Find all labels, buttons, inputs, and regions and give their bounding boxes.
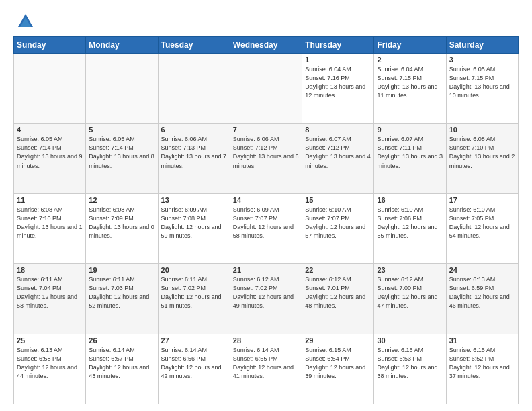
day-info: Sunrise: 6:05 AMSunset: 7:15 PMDaylight:… bbox=[449, 65, 515, 100]
day-info: Sunrise: 6:04 AMSunset: 7:16 PMDaylight:… bbox=[305, 65, 371, 100]
calendar-cell: 15Sunrise: 6:10 AMSunset: 7:07 PMDayligh… bbox=[302, 193, 374, 263]
day-info: Sunrise: 6:08 AMSunset: 7:09 PMDaylight:… bbox=[89, 205, 154, 240]
calendar-week-row: 18Sunrise: 6:11 AMSunset: 7:04 PMDayligh… bbox=[14, 264, 519, 334]
calendar-cell bbox=[14, 54, 86, 124]
day-info: Sunrise: 6:14 AMSunset: 6:56 PMDaylight:… bbox=[161, 346, 227, 381]
calendar-cell: 4Sunrise: 6:05 AMSunset: 7:14 PMDaylight… bbox=[14, 124, 86, 193]
calendar-cell: 19Sunrise: 6:11 AMSunset: 7:03 PMDayligh… bbox=[86, 264, 158, 334]
calendar-cell: 10Sunrise: 6:08 AMSunset: 7:10 PMDayligh… bbox=[446, 124, 518, 193]
calendar-cell: 25Sunrise: 6:13 AMSunset: 6:58 PMDayligh… bbox=[14, 334, 86, 404]
day-info: Sunrise: 6:06 AMSunset: 7:13 PMDaylight:… bbox=[161, 135, 227, 170]
day-number: 21 bbox=[233, 266, 299, 274]
day-info: Sunrise: 6:08 AMSunset: 7:10 PMDaylight:… bbox=[17, 205, 83, 240]
day-info: Sunrise: 6:10 AMSunset: 7:05 PMDaylight:… bbox=[449, 205, 515, 240]
calendar-cell: 18Sunrise: 6:11 AMSunset: 7:04 PMDayligh… bbox=[14, 264, 86, 334]
calendar-day-header: Saturday bbox=[446, 37, 518, 54]
calendar-cell: 26Sunrise: 6:14 AMSunset: 6:57 PMDayligh… bbox=[86, 334, 158, 404]
day-number: 16 bbox=[377, 196, 443, 204]
day-number: 4 bbox=[17, 126, 83, 134]
day-number: 23 bbox=[377, 266, 443, 274]
day-number: 20 bbox=[161, 266, 227, 274]
calendar-cell: 9Sunrise: 6:07 AMSunset: 7:11 PMDaylight… bbox=[374, 124, 446, 193]
day-info: Sunrise: 6:13 AMSunset: 6:58 PMDaylight:… bbox=[17, 346, 83, 381]
calendar-cell: 5Sunrise: 6:05 AMSunset: 7:14 PMDaylight… bbox=[86, 124, 158, 193]
day-info: Sunrise: 6:07 AMSunset: 7:12 PMDaylight:… bbox=[305, 135, 371, 170]
day-number: 8 bbox=[305, 126, 371, 134]
day-number: 29 bbox=[305, 336, 371, 345]
day-info: Sunrise: 6:08 AMSunset: 7:10 PMDaylight:… bbox=[449, 135, 515, 170]
calendar-cell: 8Sunrise: 6:07 AMSunset: 7:12 PMDaylight… bbox=[302, 124, 374, 193]
day-number: 18 bbox=[17, 266, 83, 274]
day-info: Sunrise: 6:15 AMSunset: 6:54 PMDaylight:… bbox=[305, 346, 371, 381]
day-number: 13 bbox=[161, 196, 227, 204]
calendar-cell bbox=[230, 54, 302, 124]
day-info: Sunrise: 6:15 AMSunset: 6:53 PMDaylight:… bbox=[377, 346, 443, 381]
day-number: 25 bbox=[17, 336, 83, 345]
day-info: Sunrise: 6:05 AMSunset: 7:14 PMDaylight:… bbox=[89, 135, 154, 170]
day-number: 12 bbox=[89, 196, 154, 204]
day-number: 15 bbox=[305, 196, 371, 204]
calendar-cell: 17Sunrise: 6:10 AMSunset: 7:05 PMDayligh… bbox=[446, 193, 518, 263]
calendar-cell: 30Sunrise: 6:15 AMSunset: 6:53 PMDayligh… bbox=[374, 334, 446, 404]
calendar-cell: 3Sunrise: 6:05 AMSunset: 7:15 PMDaylight… bbox=[446, 54, 518, 124]
calendar-cell bbox=[86, 54, 158, 124]
day-number: 1 bbox=[305, 56, 371, 64]
day-number: 14 bbox=[233, 196, 299, 204]
logo-icon bbox=[16, 12, 35, 31]
day-number: 26 bbox=[89, 336, 154, 345]
calendar-cell: 20Sunrise: 6:11 AMSunset: 7:02 PMDayligh… bbox=[158, 264, 230, 334]
day-info: Sunrise: 6:12 AMSunset: 7:02 PMDaylight:… bbox=[233, 275, 299, 310]
calendar-cell bbox=[158, 54, 230, 124]
day-info: Sunrise: 6:11 AMSunset: 7:04 PMDaylight:… bbox=[17, 275, 83, 310]
day-info: Sunrise: 6:15 AMSunset: 6:52 PMDaylight:… bbox=[449, 346, 515, 381]
day-number: 19 bbox=[89, 266, 154, 274]
day-number: 24 bbox=[449, 266, 515, 274]
day-info: Sunrise: 6:11 AMSunset: 7:02 PMDaylight:… bbox=[161, 275, 227, 310]
calendar-week-row: 4Sunrise: 6:05 AMSunset: 7:14 PMDaylight… bbox=[14, 124, 519, 193]
day-info: Sunrise: 6:13 AMSunset: 6:59 PMDaylight:… bbox=[449, 275, 515, 310]
calendar-cell: 14Sunrise: 6:09 AMSunset: 7:07 PMDayligh… bbox=[230, 193, 302, 263]
calendar-day-header: Monday bbox=[86, 37, 158, 54]
day-info: Sunrise: 6:09 AMSunset: 7:08 PMDaylight:… bbox=[161, 205, 227, 240]
day-number: 7 bbox=[233, 126, 299, 134]
day-number: 31 bbox=[449, 336, 515, 345]
calendar-cell: 21Sunrise: 6:12 AMSunset: 7:02 PMDayligh… bbox=[230, 264, 302, 334]
calendar-day-header: Friday bbox=[374, 37, 446, 54]
calendar-cell: 6Sunrise: 6:06 AMSunset: 7:13 PMDaylight… bbox=[158, 124, 230, 193]
logo bbox=[13, 12, 35, 31]
day-number: 28 bbox=[233, 336, 299, 345]
calendar-cell: 23Sunrise: 6:12 AMSunset: 7:00 PMDayligh… bbox=[374, 264, 446, 334]
day-info: Sunrise: 6:14 AMSunset: 6:57 PMDaylight:… bbox=[89, 346, 154, 381]
day-number: 3 bbox=[449, 56, 515, 64]
day-number: 6 bbox=[161, 126, 227, 134]
day-info: Sunrise: 6:07 AMSunset: 7:11 PMDaylight:… bbox=[377, 135, 443, 170]
header bbox=[13, 12, 519, 31]
day-info: Sunrise: 6:06 AMSunset: 7:12 PMDaylight:… bbox=[233, 135, 299, 170]
calendar-cell: 27Sunrise: 6:14 AMSunset: 6:56 PMDayligh… bbox=[158, 334, 230, 404]
day-info: Sunrise: 6:12 AMSunset: 7:01 PMDaylight:… bbox=[305, 275, 371, 310]
calendar-cell: 2Sunrise: 6:04 AMSunset: 7:15 PMDaylight… bbox=[374, 54, 446, 124]
day-number: 9 bbox=[377, 126, 443, 134]
calendar-table: SundayMondayTuesdayWednesdayThursdayFrid… bbox=[13, 36, 519, 404]
page: SundayMondayTuesdayWednesdayThursdayFrid… bbox=[0, 0, 532, 411]
day-info: Sunrise: 6:10 AMSunset: 7:07 PMDaylight:… bbox=[305, 205, 371, 240]
day-info: Sunrise: 6:10 AMSunset: 7:06 PMDaylight:… bbox=[377, 205, 443, 240]
day-number: 11 bbox=[17, 196, 83, 204]
calendar-day-header: Sunday bbox=[14, 37, 86, 54]
calendar-week-row: 25Sunrise: 6:13 AMSunset: 6:58 PMDayligh… bbox=[14, 334, 519, 404]
day-info: Sunrise: 6:05 AMSunset: 7:14 PMDaylight:… bbox=[17, 135, 83, 170]
calendar-header-row: SundayMondayTuesdayWednesdayThursdayFrid… bbox=[14, 37, 519, 54]
calendar-day-header: Thursday bbox=[302, 37, 374, 54]
calendar-cell: 29Sunrise: 6:15 AMSunset: 6:54 PMDayligh… bbox=[302, 334, 374, 404]
calendar-cell: 1Sunrise: 6:04 AMSunset: 7:16 PMDaylight… bbox=[302, 54, 374, 124]
calendar-day-header: Wednesday bbox=[230, 37, 302, 54]
calendar-cell: 11Sunrise: 6:08 AMSunset: 7:10 PMDayligh… bbox=[14, 193, 86, 263]
day-info: Sunrise: 6:14 AMSunset: 6:55 PMDaylight:… bbox=[233, 346, 299, 381]
day-info: Sunrise: 6:09 AMSunset: 7:07 PMDaylight:… bbox=[233, 205, 299, 240]
calendar-cell: 31Sunrise: 6:15 AMSunset: 6:52 PMDayligh… bbox=[446, 334, 518, 404]
calendar-cell: 22Sunrise: 6:12 AMSunset: 7:01 PMDayligh… bbox=[302, 264, 374, 334]
day-number: 30 bbox=[377, 336, 443, 345]
day-number: 22 bbox=[305, 266, 371, 274]
day-info: Sunrise: 6:12 AMSunset: 7:00 PMDaylight:… bbox=[377, 275, 443, 310]
day-number: 27 bbox=[161, 336, 227, 345]
